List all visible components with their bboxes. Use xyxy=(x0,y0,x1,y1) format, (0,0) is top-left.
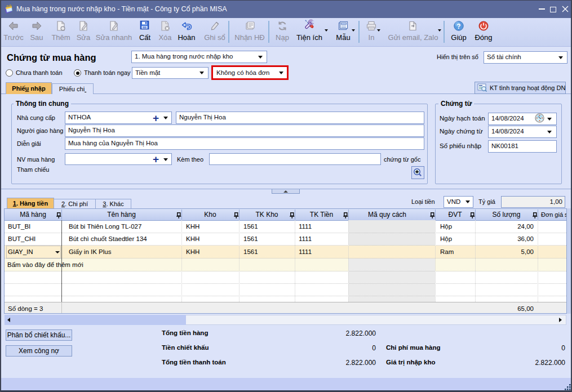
svg-text:?: ? xyxy=(456,23,460,30)
